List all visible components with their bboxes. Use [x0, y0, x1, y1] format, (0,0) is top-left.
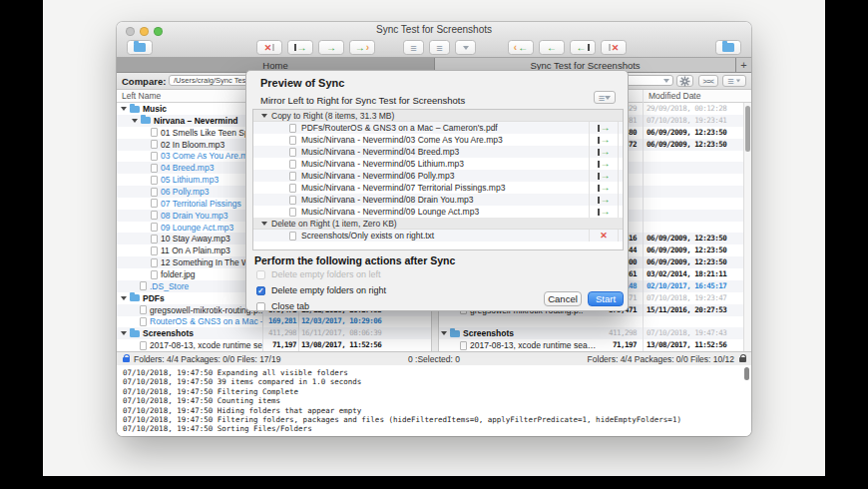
actions-menu-button[interactable]: ≡	[722, 75, 746, 87]
copy-right-icon: →	[598, 195, 611, 205]
sync-item-path: Music/Nirvana - Nevermind/09 Lounge Act.…	[301, 207, 479, 217]
tree-view-button[interactable]: ≡	[429, 40, 450, 55]
copy-to-left-button[interactable]: ←	[539, 40, 565, 55]
bar-arrow-right-icon: →	[294, 43, 307, 53]
sync-item-path: Music/Nirvana - Nevermind/04 Breed.mp3	[301, 147, 459, 157]
dialog-options-button[interactable]: ≡	[594, 91, 616, 104]
window-chrome: Sync Test for Screenshots ✕→→→› ≡≡ ‹←←←✕	[117, 22, 751, 58]
copy-right-icon: →	[598, 147, 611, 157]
view-options-button[interactable]	[455, 40, 476, 55]
arrow-bar-left-icon: ←	[577, 43, 590, 53]
settings-button[interactable]	[676, 75, 693, 87]
folder-icon	[134, 43, 146, 52]
sync-item-row[interactable]: Music/Nirvana - Nevermind/04 Breed.mp3→	[253, 146, 623, 158]
chevron-down-icon	[463, 46, 469, 50]
file-name: Screenshots	[143, 328, 194, 338]
folder-icon	[722, 43, 734, 52]
toolbar: ✕→→→› ≡≡ ‹←←←✕	[117, 38, 751, 57]
right-modified-date: 03/02/2014, 18:21:11	[647, 269, 748, 278]
document-icon	[140, 317, 147, 326]
right-modified-date: 07/10/2018, 19:47:43	[647, 328, 748, 337]
lock-icon[interactable]	[739, 357, 746, 362]
sync-item-path: Music/Nirvana - Nevermind/03 Come As You…	[301, 135, 503, 145]
cancel-button[interactable]: Cancel	[544, 291, 582, 306]
right-scrollbar-thumb[interactable]	[745, 106, 750, 152]
left-size: 169,281	[262, 316, 296, 325]
document-icon	[460, 341, 467, 350]
section-header[interactable]: Copy to Right (8 items, 31.3 MB)	[253, 110, 623, 122]
choose-right-folder-button[interactable]	[715, 40, 741, 55]
start-button[interactable]: Start	[588, 291, 624, 306]
sync-item-row[interactable]: Music/Nirvana - Nevermind/07 Territorial…	[253, 182, 623, 194]
chevron-down-icon	[605, 96, 611, 100]
sync-item-row[interactable]: Music/Nirvana - Nevermind/05 Lithium.mp3…	[253, 158, 623, 170]
copy-new-to-left-button[interactable]: ←	[570, 40, 596, 55]
file-name-cell: Music	[119, 103, 262, 115]
file-name-cell: 06 Polly.mp3	[119, 186, 262, 198]
file-name: Nirvana – Nevermind	[154, 116, 238, 126]
document-icon	[151, 140, 158, 149]
disclosure-triangle-icon[interactable]	[121, 331, 127, 335]
mirror-to-right-button[interactable]: →›	[349, 40, 375, 55]
left-size: 71,197	[262, 340, 296, 349]
document-icon	[151, 211, 158, 220]
sync-item-path: Music/Nirvana - Nevermind/05 Lithium.mp3	[301, 159, 464, 169]
document-icon	[151, 270, 158, 279]
log-scrollbar-thumb[interactable]	[744, 367, 749, 380]
file-name: 07 Territorial Pissings	[161, 199, 241, 209]
sync-item-row[interactable]: Screenshots/Only exists on right.txt✕	[253, 230, 623, 242]
document-icon	[289, 184, 296, 193]
sync-item-path: Music/Nirvana - Nevermind/06 Polly.mp3	[301, 171, 454, 181]
left-modified-date: 13/08/2017, 11:52:56	[301, 340, 429, 349]
section-header[interactable]: Delete on Right (1 item, Zero KB)	[253, 218, 623, 230]
disclosure-triangle-icon[interactable]	[132, 119, 138, 123]
copy-right-icon: →	[598, 207, 611, 217]
swap-sides-button[interactable]: >=<	[698, 75, 718, 87]
sync-item-row[interactable]: PDFs/RouterOS & GNS3 on a Mac – Cameron'…	[253, 122, 623, 134]
copy-to-right-button[interactable]: →	[318, 40, 344, 55]
left-folder-group	[127, 40, 153, 55]
status-bar: Folders: 4/4 Packages: 0/0 Files: 17/19 …	[117, 351, 751, 366]
folder-icon	[722, 43, 734, 52]
close-tab-checkbox[interactable]	[256, 302, 265, 311]
copy-right-icon: →	[598, 171, 611, 181]
dialog-subtitle: Mirror Left to Right for Sync Test for S…	[260, 95, 465, 106]
x-bar-left-icon: ✕	[609, 43, 620, 53]
delete-empty-folders-on-right-checkbox[interactable]: ✓	[256, 286, 265, 295]
right-folder-group	[715, 40, 741, 55]
disclosure-triangle-icon[interactable]	[121, 107, 127, 111]
checkbox-row: Close tab	[256, 300, 309, 312]
log-line: 07/10/2018, 19:47:50 Filtering folders, …	[123, 415, 743, 424]
section-header-label: Delete on Right (1 item, Zero KB)	[271, 219, 397, 229]
file-name-cell: Nirvana – Nevermind	[119, 115, 262, 127]
disclosure-triangle-icon[interactable]	[121, 296, 127, 300]
sync-item-row[interactable]: Music/Nirvana - Nevermind/09 Lounge Act.…	[253, 206, 623, 218]
file-name: Music	[143, 104, 167, 114]
file-name-cell: 04 Breed.mp3	[119, 162, 262, 174]
x-bar-right-icon: ✕	[264, 43, 275, 53]
log-line: 07/10/2018, 19:47:50 39 items compared i…	[123, 377, 743, 386]
folder-icon	[450, 330, 460, 337]
copy-right-action: →	[589, 134, 619, 146]
exclude-to-right-button[interactable]: ✕	[256, 40, 282, 55]
sync-item-row[interactable]: Music/Nirvana - Nevermind/03 Come As You…	[253, 134, 623, 146]
mirror-to-left-button[interactable]: ‹←	[508, 40, 534, 55]
list-view-button[interactable]: ≡	[403, 40, 424, 55]
file-name-cell: 10 Stay Away.mp3	[119, 233, 262, 244]
file-name-cell: 03 Come As You Are.mp	[119, 150, 262, 162]
right-scrollbar[interactable]	[743, 103, 751, 351]
modified-date-header[interactable]: Modified Date	[649, 91, 700, 101]
disclosure-triangle-icon[interactable]	[441, 331, 447, 335]
window-title: Sync Test for Screenshots	[117, 24, 751, 35]
arrow-left-icon: ←	[547, 43, 557, 53]
left-name-header[interactable]: Left Name	[122, 91, 161, 101]
sync-item-row[interactable]: Music/Nirvana - Nevermind/06 Polly.mp3→	[253, 170, 623, 182]
menu-icon: ≡	[727, 75, 733, 87]
sync-item-row[interactable]: Music/Nirvana - Nevermind/08 Drain You.m…	[253, 194, 623, 206]
exclude-to-left-button[interactable]: ✕	[601, 40, 627, 55]
checkbox-label: Close tab	[271, 301, 309, 311]
copy-new-to-right-button[interactable]: →	[287, 40, 313, 55]
new-tab-button[interactable]: +	[736, 58, 751, 72]
choose-left-folder-button[interactable]	[127, 40, 153, 55]
chevron-down-icon	[736, 80, 740, 83]
